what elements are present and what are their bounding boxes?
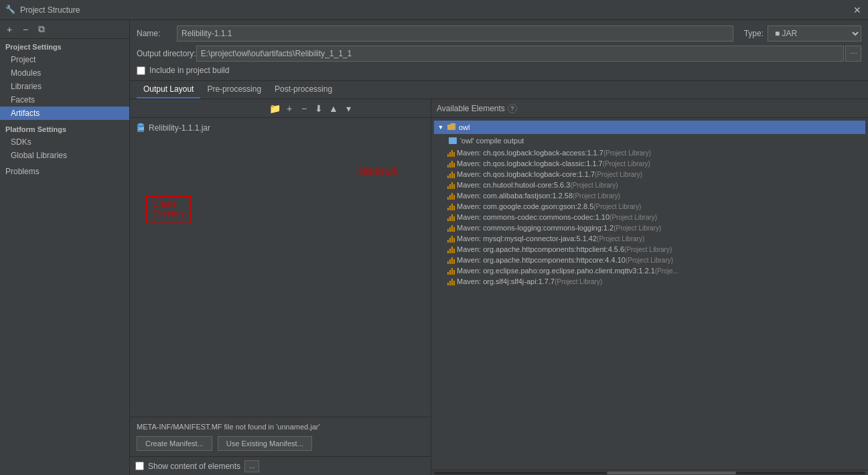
include-in-build-label: Include in project build xyxy=(149,66,229,75)
maven-icon-9 xyxy=(447,245,455,253)
available-header: Available Elements ? xyxy=(431,99,868,118)
scrollbar-track xyxy=(434,472,865,474)
maven-icon-12 xyxy=(447,277,455,285)
add-artifact-button[interactable]: + xyxy=(3,23,16,36)
tree-item-compile-output[interactable]: 'owl' compile output xyxy=(434,134,865,147)
name-input[interactable] xyxy=(177,25,733,42)
create-manifest-button[interactable]: Create Manifest... xyxy=(137,436,212,451)
maven-icon-4 xyxy=(447,192,455,200)
svg-rect-1 xyxy=(139,123,143,125)
tree-item-maven-2[interactable]: Maven: ch.qos.logback:logback-core:1.1.7… xyxy=(434,169,865,180)
svg-rect-3 xyxy=(449,137,457,144)
title-bar: 🔧 Project Structure ✕ xyxy=(0,0,868,20)
output-dir-row: Output directory: ⋯ xyxy=(137,46,861,62)
sidebar-item-problems[interactable]: Problems xyxy=(0,165,129,178)
include-in-build-checkbox[interactable] xyxy=(137,66,145,75)
tree-item-maven-1[interactable]: Maven: ch.qos.logback:logback-classic:1.… xyxy=(434,158,865,169)
split-pane: 创建包结构 Create Directory 📁 + − ⬇ ▲ ▾ xyxy=(130,99,868,475)
name-row: Name: Type: ■ JAR xyxy=(137,25,861,42)
sidebar-item-facets[interactable]: Facets xyxy=(0,93,129,107)
show-content-label: Show content of elements xyxy=(148,462,240,471)
remove-artifact-button[interactable]: − xyxy=(19,23,32,36)
jar-icon: JAR xyxy=(135,123,146,133)
folder-add-button[interactable]: 📁 xyxy=(268,102,281,115)
tree-item-maven-5[interactable]: Maven: com.google.code.gson:gson:2.8.5 (… xyxy=(434,201,865,212)
tab-pre-processing[interactable]: Pre-processing xyxy=(200,81,268,98)
use-existing-manifest-button[interactable]: Use Existing Manifest... xyxy=(218,436,312,451)
tree-item-maven-10[interactable]: Maven: org.apache.httpcomponents:httpcor… xyxy=(434,255,865,265)
maven-icon-5 xyxy=(447,202,455,210)
create-directory-popup[interactable]: Create Directory xyxy=(146,196,192,222)
folder-icon-owl xyxy=(446,122,457,133)
tree-item-maven-11[interactable]: Maven: org.eclipse.paho:org.eclipse.paho… xyxy=(434,265,865,276)
add-element-button[interactable]: + xyxy=(283,102,296,115)
app-icon: 🔧 xyxy=(5,5,16,15)
maven-icon-0 xyxy=(447,149,455,157)
sidebar-item-artifacts[interactable]: Artifacts xyxy=(0,107,129,120)
bottom-bar: Show content of elements ... xyxy=(130,456,431,475)
maven-icon-1 xyxy=(447,159,455,167)
form-area: Name: Type: ■ JAR Output directory: ⋯ In… xyxy=(130,20,868,81)
browse-button[interactable]: ⋯ xyxy=(845,46,861,62)
tab-output-layout[interactable]: Output Layout xyxy=(137,81,200,98)
artifact-toolbar: Create Directory 📁 + − ⬇ ▲ ▾ xyxy=(130,99,431,118)
output-dir-input[interactable] xyxy=(196,46,844,62)
available-pane: Available Elements ? ▼ owl xyxy=(431,99,868,475)
maven-icon-11 xyxy=(447,267,455,275)
show-content-checkbox[interactable] xyxy=(135,462,144,470)
maven-icon-2 xyxy=(447,170,455,178)
tree-item-owl-root[interactable]: ▼ owl xyxy=(434,121,865,134)
sidebar-item-libraries[interactable]: Libraries xyxy=(0,80,129,93)
tree-item-maven-4[interactable]: Maven: com.alibaba:fastjson:1.2.58 (Proj… xyxy=(434,190,865,201)
tree-label-compile: 'owl' compile output xyxy=(460,137,524,145)
maven-icon-6 xyxy=(447,213,455,221)
tab-post-processing[interactable]: Post-processing xyxy=(268,81,339,98)
available-content: ▼ owl xyxy=(431,118,868,470)
tree-item-maven-0[interactable]: Maven: ch.qos.logback:logback-access:1.1… xyxy=(434,147,865,158)
type-select[interactable]: ■ JAR xyxy=(768,25,861,42)
artifact-pane: 创建包结构 Create Directory 📁 + − ⬇ ▲ ▾ xyxy=(130,99,431,475)
tree-item-maven-8[interactable]: Maven: mysql:mysql-connector-java:5.1.42… xyxy=(434,233,865,244)
main-container: + − ⧉ Project Settings Project Modules L… xyxy=(0,20,868,475)
svg-text:JAR: JAR xyxy=(138,127,145,131)
tree-item-maven-12[interactable]: Maven: org.slf4j:slf4j-api:1.7.7 (Projec… xyxy=(434,276,865,287)
platform-settings-title: Platform Settings xyxy=(0,120,129,135)
sidebar-item-project[interactable]: Project xyxy=(0,53,129,66)
maven-icon-8 xyxy=(447,234,455,243)
artifact-jar-item[interactable]: JAR Relibility-1.1.1.jar xyxy=(133,121,428,135)
close-button[interactable]: ✕ xyxy=(852,5,863,15)
tree-item-maven-3[interactable]: Maven: cn.hutool:hutool-core:5.6.3 (Proj… xyxy=(434,180,865,190)
tree-item-maven-7[interactable]: Maven: commons-logging:commons-logging:1… xyxy=(434,222,865,233)
sidebar-item-modules[interactable]: Modules xyxy=(0,66,129,80)
sidebar-item-global-libraries[interactable]: Global Libraries xyxy=(0,149,129,162)
sidebar: + − ⧉ Project Settings Project Modules L… xyxy=(0,20,130,475)
tree-arrow-owl: ▼ xyxy=(437,123,445,131)
maven-icon-7 xyxy=(447,224,455,232)
move-up-button[interactable]: ▲ xyxy=(327,102,340,115)
manifest-buttons: Create Manifest... Use Existing Manifest… xyxy=(137,436,424,451)
artifact-jar-label: Relibility-1.1.1.jar xyxy=(149,123,210,133)
scrollbar-thumb xyxy=(607,472,736,474)
tabs-bar: Output Layout Pre-processing Post-proces… xyxy=(130,81,868,99)
horizontal-scrollbar[interactable] xyxy=(431,470,868,475)
compile-output-icon xyxy=(447,135,458,146)
output-dir-label: Output directory: xyxy=(137,49,196,58)
maven-icon-3 xyxy=(447,181,455,189)
tree-label-owl: owl xyxy=(459,123,470,131)
name-label: Name: xyxy=(137,29,177,38)
type-label: Type: xyxy=(744,29,764,38)
available-help-icon[interactable]: ? xyxy=(508,104,517,113)
copy-artifact-button[interactable]: ⧉ xyxy=(35,23,48,36)
sort-button[interactable]: ⬇ xyxy=(312,102,326,115)
include-in-build-row: Include in project build xyxy=(137,66,861,75)
artifact-content: JAR Relibility-1.1.1.jar xyxy=(130,118,431,417)
sidebar-toolbar: + − ⧉ xyxy=(0,20,129,39)
remove-element-button[interactable]: − xyxy=(297,102,311,115)
available-elements-title: Available Elements xyxy=(437,104,505,113)
sidebar-item-sdks[interactable]: SDKs xyxy=(0,135,129,149)
more-options-button[interactable]: ... xyxy=(244,460,259,472)
tree-item-maven-6[interactable]: Maven: commons-codec:commons-codec:1.10 … xyxy=(434,212,865,222)
window-title: Project Structure xyxy=(20,5,852,15)
tree-item-maven-9[interactable]: Maven: org.apache.httpcomponents:httpcli… xyxy=(434,244,865,255)
move-down-button[interactable]: ▾ xyxy=(342,102,355,115)
